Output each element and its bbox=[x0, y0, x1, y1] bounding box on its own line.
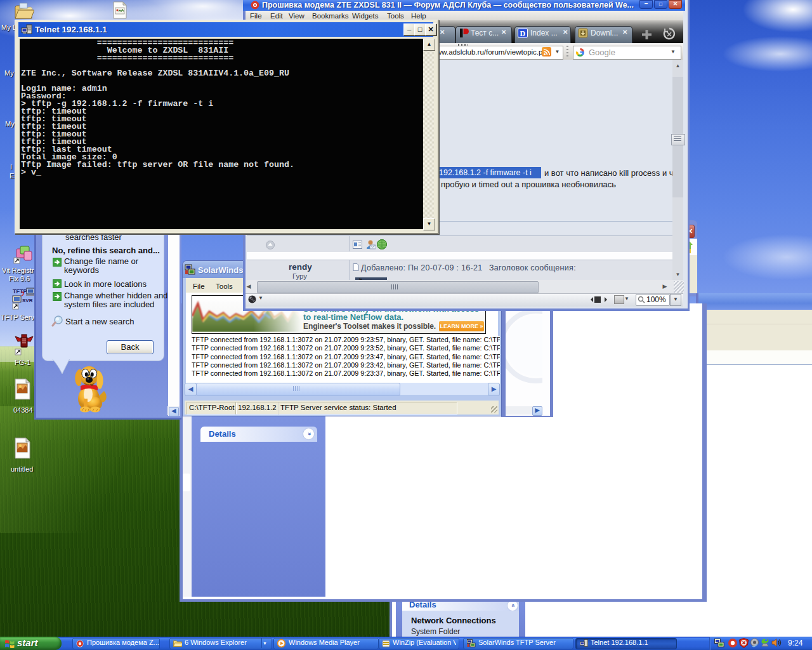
svg-text:TFTP: TFTP bbox=[13, 288, 27, 295]
svg-text:D: D bbox=[520, 29, 526, 38]
svg-text:SVR: SVR bbox=[22, 298, 33, 303]
